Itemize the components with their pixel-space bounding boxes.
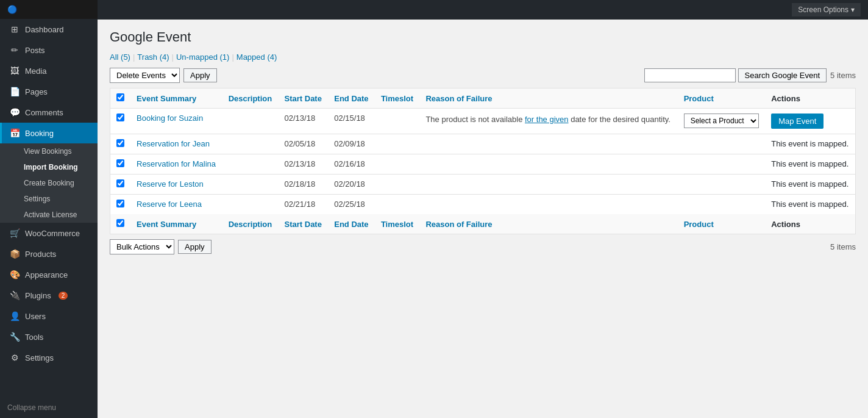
sidebar-item-dashboard[interactable]: ⊞ Dashboard (0, 19, 98, 40)
top-bulk-actions-select[interactable]: Delete Events (110, 68, 180, 83)
mapped-status-text: This event is mapped. (771, 200, 848, 209)
settings-label: Settings (24, 195, 50, 203)
sidebar-item-media[interactable]: 🖼 Media (0, 60, 98, 81)
settings-icon: ⚙ (9, 353, 20, 362)
collapse-menu[interactable]: Collapse menu (0, 397, 98, 418)
filter-all[interactable]: All (5) (110, 52, 130, 62)
map-event-button[interactable]: Map Event (771, 114, 824, 129)
col-start-date-link[interactable]: Start Date (285, 94, 322, 103)
tablenav-bottom-left: Bulk Actions Apply (110, 239, 212, 254)
plugins-icon: 🔌 (9, 290, 20, 300)
select-all-checkbox-bottom[interactable] (116, 219, 124, 227)
col-end-date-foot-link[interactable]: End Date (334, 220, 368, 229)
table-row: Reservation for Malina02/13/1802/16/18Th… (110, 154, 856, 175)
event-reason-of-failure (419, 175, 677, 195)
col-product-foot-link[interactable]: Product (684, 220, 714, 229)
product-select[interactable]: Select a Product (684, 114, 759, 128)
comments-icon: 💬 (9, 107, 20, 117)
search-input[interactable] (644, 68, 736, 82)
col-description-foot-link[interactable]: Description (229, 220, 272, 229)
filter-trash[interactable]: Trash (4) (137, 52, 169, 62)
col-start-date[interactable]: Start Date (279, 88, 329, 109)
sidebar-item-plugins[interactable]: 🔌 Plugins 2 (0, 285, 98, 306)
col-end-date-foot[interactable]: End Date (328, 214, 375, 234)
event-end-date: 02/16/18 (328, 154, 375, 175)
bottom-bulk-actions-select[interactable]: Bulk Actions (110, 239, 174, 254)
row-checkbox[interactable] (116, 139, 124, 147)
bottom-apply-button[interactable]: Apply (178, 240, 212, 254)
event-timeslot (375, 175, 420, 195)
col-product-foot[interactable]: Product (678, 214, 766, 234)
col-event-summary-link[interactable]: Event Summary (137, 94, 196, 103)
col-timeslot-foot[interactable]: Timeslot (375, 214, 420, 234)
sidebar-item-label: Plugins (25, 291, 51, 300)
col-end-date[interactable]: End Date (328, 88, 375, 109)
select-all-checkbox-top[interactable] (116, 93, 124, 101)
pages-icon: 📄 (9, 87, 20, 96)
col-reason-foot-link[interactable]: Reason of Failure (425, 220, 492, 229)
sidebar-item-booking[interactable]: 📅 Booking (0, 123, 98, 143)
bottom-items-count: 5 items (830, 242, 856, 251)
sidebar-item-appearance[interactable]: 🎨 Appearance (0, 264, 98, 285)
sidebar-item-users[interactable]: 👤 Users (0, 306, 98, 326)
sidebar-item-tools[interactable]: 🔧 Tools (0, 326, 98, 347)
col-event-summary[interactable]: Event Summary (130, 88, 222, 109)
event-summary-link[interactable]: Reservation for Malina (137, 159, 216, 168)
table-row: Booking for Suzain02/13/1802/15/18The pr… (110, 109, 856, 134)
topbar: Screen Options ▾ (98, 0, 868, 20)
col-product[interactable]: Product (678, 88, 766, 109)
sidebar-item-products[interactable]: 📦 Products (0, 243, 98, 264)
event-end-date: 02/20/18 (328, 175, 375, 195)
top-apply-button[interactable]: Apply (183, 68, 217, 82)
col-reason-link[interactable]: Reason of Failure (425, 94, 492, 103)
sidebar-item-comments[interactable]: 💬 Comments (0, 102, 98, 123)
col-description-link[interactable]: Description (229, 94, 272, 103)
col-timeslot-foot-link[interactable]: Timeslot (381, 220, 413, 229)
table-row: Reserve for Leston02/18/1802/20/18This e… (110, 175, 856, 195)
event-timeslot (375, 154, 420, 175)
col-start-date-foot-link[interactable]: Start Date (285, 220, 322, 229)
row-checkbox[interactable] (116, 114, 124, 121)
sidebar-item-posts[interactable]: ✏ Posts (0, 40, 98, 60)
event-product: Select a Product (678, 109, 766, 134)
col-description[interactable]: Description (222, 88, 279, 109)
filter-mapped[interactable]: Mapped (4) (237, 52, 277, 62)
col-timeslot-link[interactable]: Timeslot (381, 94, 413, 103)
table-footer-row: Event Summary Description Start Date End… (110, 214, 856, 234)
sidebar-item-create-booking[interactable]: Create Booking (15, 175, 98, 191)
sidebar-logo: 🔵 (0, 0, 98, 19)
col-event-summary-foot-link[interactable]: Event Summary (137, 220, 196, 229)
event-start-date: 02/05/18 (279, 134, 329, 154)
sidebar-item-label: Dashboard (25, 25, 64, 34)
row-checkbox[interactable] (116, 179, 124, 187)
row-checkbox[interactable] (116, 159, 124, 167)
event-summary-link[interactable]: Reserve for Leston (137, 179, 204, 189)
event-reason-of-failure (419, 134, 677, 154)
sidebar-item-settings-booking[interactable]: Settings (15, 191, 98, 207)
col-description-foot[interactable]: Description (222, 214, 279, 234)
col-event-summary-foot[interactable]: Event Summary (130, 214, 222, 234)
screen-options-button[interactable]: Screen Options ▾ (792, 3, 861, 16)
sidebar-item-import-booking[interactable]: Import Booking (15, 159, 98, 175)
event-summary-link[interactable]: Reserve for Leena (137, 200, 202, 209)
col-reason-of-failure[interactable]: Reason of Failure (419, 88, 677, 109)
col-timeslot[interactable]: Timeslot (375, 88, 420, 109)
sidebar-item-woocommerce[interactable]: 🛒 WooCommerce (0, 223, 98, 243)
sidebar-item-view-bookings[interactable]: View Bookings (15, 143, 98, 159)
sidebar-item-pages[interactable]: 📄 Pages (0, 81, 98, 102)
filter-unmapped[interactable]: Un-mapped (1) (176, 52, 229, 62)
col-start-date-foot[interactable]: Start Date (279, 214, 329, 234)
col-reason-foot[interactable]: Reason of Failure (419, 214, 677, 234)
sidebar-item-settings[interactable]: ⚙ Settings (0, 347, 98, 368)
col-product-link[interactable]: Product (684, 94, 714, 103)
search-button[interactable]: Search Google Event (738, 68, 827, 82)
event-summary-link[interactable]: Booking for Suzain (137, 114, 203, 123)
collapse-menu-label: Collapse menu (7, 403, 56, 412)
sidebar-item-activate-license[interactable]: Activate License (15, 207, 98, 223)
page-content: Google Event All (5) | Trash (4) | Un-ma… (98, 20, 868, 418)
col-end-date-link[interactable]: End Date (334, 94, 368, 103)
row-checkbox[interactable] (116, 200, 124, 207)
event-summary-link[interactable]: Reservation for Jean (137, 139, 210, 148)
page-title: Google Event (110, 29, 856, 45)
event-start-date: 02/13/18 (279, 109, 329, 134)
